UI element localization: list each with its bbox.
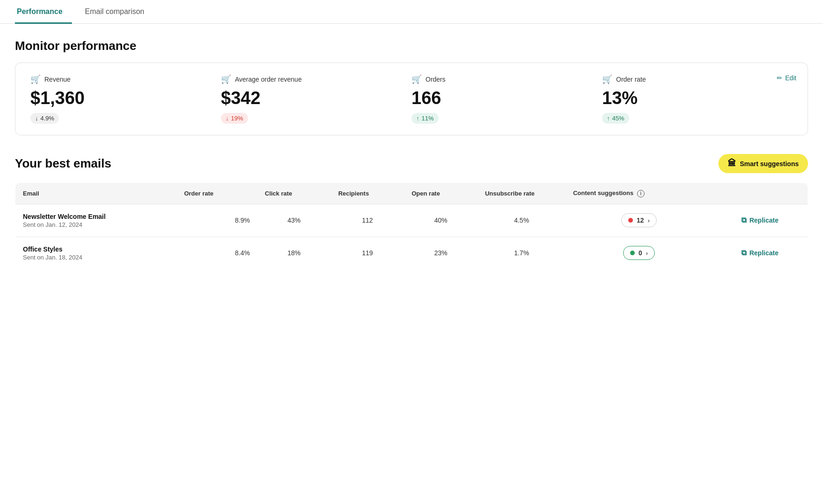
- email-name-1: Newsletter Welcome Email: [23, 213, 169, 220]
- metric-orders: 🛒 Orders 166 ↑ 11%: [412, 74, 602, 124]
- col-header-order-rate: Order rate: [177, 183, 257, 204]
- table-header: Email Order rate Click rate Recipients O…: [15, 183, 808, 204]
- chevron-right-icon-2: ›: [646, 250, 648, 257]
- col-header-email: Email: [15, 183, 177, 204]
- replicate-button-1[interactable]: ⧉ Replicate: [741, 216, 778, 224]
- unsubscribe-rate-cell-2: 1.7%: [477, 237, 566, 269]
- smart-suggestions-label: Smart suggestions: [740, 160, 799, 168]
- edit-pencil-icon: ✏: [777, 74, 782, 82]
- content-suggestions-cell-2: 0 ›: [566, 237, 712, 269]
- smart-suggestions-icon: 🏛: [728, 159, 736, 168]
- action-cell-2: ⧉ Replicate: [712, 237, 808, 269]
- metric-order-rate: 🛒 Order rate 13% ↑ 45%: [602, 74, 793, 124]
- green-dot-icon: [630, 251, 635, 255]
- email-cell-1: Newsletter Welcome Email Sent on Jan. 12…: [15, 204, 177, 237]
- replicate-button-2[interactable]: ⧉ Replicate: [741, 249, 778, 257]
- red-dot-icon: [628, 218, 633, 223]
- col-header-recipients: Recipients: [331, 183, 404, 204]
- open-rate-cell-1: 40%: [404, 204, 477, 237]
- best-emails-title: Your best emails: [15, 156, 111, 171]
- email-name-2: Office Styles: [23, 245, 169, 253]
- arrow-down-icon: ↓: [35, 115, 38, 122]
- metric-revenue-value: $1,360: [30, 88, 206, 108]
- email-cell-2: Office Styles Sent on Jan. 18, 2024: [15, 237, 177, 269]
- content-badge-1[interactable]: 12 ›: [621, 213, 657, 227]
- metric-avg-order-revenue: 🛒 Average order revenue $342 ↓ 19%: [221, 74, 412, 124]
- metric-avg-change: ↓ 19%: [221, 113, 248, 124]
- content-suggestions-info-icon[interactable]: i: [637, 190, 645, 197]
- email-table: Email Order rate Click rate Recipients O…: [15, 182, 808, 270]
- metric-orders-label: Orders: [426, 76, 446, 83]
- metric-order-rate-label: Order rate: [616, 76, 646, 83]
- table-body: Newsletter Welcome Email Sent on Jan. 12…: [15, 204, 808, 269]
- replicate-icon-1: ⧉: [741, 216, 746, 224]
- col-header-open-rate: Open rate: [404, 183, 477, 204]
- tabs-container: Performance Email comparison: [0, 0, 823, 24]
- table-row: Office Styles Sent on Jan. 18, 2024 8.4%…: [15, 237, 808, 269]
- page-title: Monitor performance: [15, 39, 808, 53]
- cart-icon-revenue: 🛒: [30, 74, 41, 84]
- content-badge-2[interactable]: 0 ›: [623, 246, 655, 260]
- order-rate-cell-2: 8.4%: [177, 237, 257, 269]
- recipients-cell-2: 119: [331, 237, 404, 269]
- best-emails-header: Your best emails 🏛 Smart suggestions: [15, 154, 808, 173]
- metric-order-rate-change: ↑ 45%: [602, 113, 629, 124]
- table-row: Newsletter Welcome Email Sent on Jan. 12…: [15, 204, 808, 237]
- tab-performance[interactable]: Performance: [15, 0, 72, 24]
- open-rate-cell-2: 23%: [404, 237, 477, 269]
- arrow-down-red-icon: ↓: [226, 115, 229, 122]
- metric-avg-value: $342: [221, 88, 397, 108]
- order-rate-cell-1: 8.9%: [177, 204, 257, 237]
- metric-order-rate-value: 13%: [602, 88, 778, 108]
- tab-email-comparison[interactable]: Email comparison: [83, 0, 154, 24]
- action-cell-1: ⧉ Replicate: [712, 204, 808, 237]
- arrow-up-green-icon-2: ↑: [607, 115, 610, 122]
- metric-revenue-change: ↓ 4.9%: [30, 113, 59, 124]
- click-rate-cell-2: 18%: [257, 237, 331, 269]
- smart-suggestions-button[interactable]: 🏛 Smart suggestions: [718, 154, 808, 173]
- metric-revenue: 🛒 Revenue $1,360 ↓ 4.9%: [30, 74, 221, 124]
- edit-button[interactable]: ✏ Edit: [777, 74, 796, 82]
- click-rate-cell-1: 43%: [257, 204, 331, 237]
- cart-icon-avg: 🛒: [221, 74, 231, 84]
- replicate-icon-2: ⧉: [741, 249, 746, 257]
- metric-avg-label: Average order revenue: [235, 76, 302, 83]
- email-date-1: Sent on Jan. 12, 2024: [23, 221, 169, 228]
- metric-orders-change: ↑ 11%: [412, 113, 439, 124]
- cart-icon-order-rate: 🛒: [602, 74, 612, 84]
- unsubscribe-rate-cell-1: 4.5%: [477, 204, 566, 237]
- content-suggestions-cell-1: 12 ›: [566, 204, 712, 237]
- col-header-unsubscribe-rate: Unsubscribe rate: [477, 183, 566, 204]
- col-header-click-rate: Click rate: [257, 183, 331, 204]
- col-header-content-suggestions: Content suggestions i: [566, 183, 712, 204]
- recipients-cell-1: 112: [331, 204, 404, 237]
- metric-orders-value: 166: [412, 88, 587, 108]
- main-content: Monitor performance 🛒 Revenue $1,360 ↓ 4…: [0, 24, 823, 270]
- col-header-action: [712, 183, 808, 204]
- cart-icon-orders: 🛒: [412, 74, 422, 84]
- arrow-up-green-icon: ↑: [416, 115, 419, 122]
- chevron-right-icon-1: ›: [648, 217, 650, 224]
- metric-revenue-label: Revenue: [44, 76, 71, 83]
- metrics-card: 🛒 Revenue $1,360 ↓ 4.9% 🛒 Average order …: [15, 63, 808, 135]
- email-date-2: Sent on Jan. 18, 2024: [23, 254, 169, 261]
